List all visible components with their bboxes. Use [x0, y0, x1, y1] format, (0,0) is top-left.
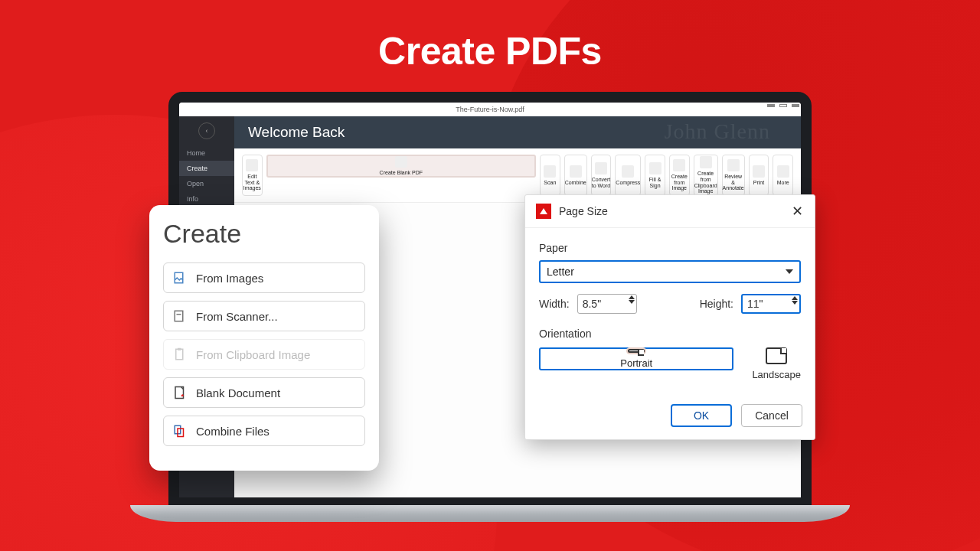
compress-icon [622, 165, 634, 178]
create-from-scanner-label: From Scanner... [196, 310, 278, 323]
blank-pdf-icon [395, 156, 407, 168]
tool-annotate[interactable]: Review & Annotate [722, 155, 745, 196]
paper-size-value: Letter [547, 266, 574, 278]
create-from-images[interactable]: From Images [163, 262, 365, 293]
tool-print[interactable]: Print [749, 155, 769, 196]
tool-convert-word[interactable]: Convert to Word [591, 155, 612, 196]
height-down-icon[interactable] [792, 301, 798, 305]
create-from-scanner[interactable]: From Scanner... [163, 301, 365, 331]
window-titlebar: The-Future-is-Now.pdf [179, 103, 801, 116]
back-button[interactable]: ‹ [198, 122, 215, 139]
blank-document-icon: * [173, 385, 187, 400]
create-from-clipboard-label: From Clipboard Image [196, 348, 310, 361]
svg-rect-0 [175, 272, 183, 283]
window-close-icon[interactable] [792, 104, 799, 107]
scan-icon [544, 165, 556, 178]
width-spinner[interactable]: 8.5" [577, 294, 637, 314]
portrait-page-icon [628, 349, 645, 353]
tool-edit-text[interactable]: Edit Text & Images [242, 155, 263, 196]
chevron-down-icon [786, 269, 793, 274]
landscape-label: Landscape [752, 369, 801, 380]
tool-combine[interactable]: Combine [564, 155, 587, 196]
dialog-title: Page Size [559, 205, 608, 217]
signature-decor: John Glenn [665, 119, 770, 144]
window-minimize-icon[interactable] [767, 104, 775, 107]
tool-from-image[interactable]: Create from Image [669, 155, 690, 196]
scanner-icon [173, 308, 187, 324]
dialog-close-button[interactable]: ✕ [790, 203, 804, 220]
orientation-label: Orientation [539, 328, 801, 340]
create-panel: Create From Images From Scanner... From … [149, 205, 379, 471]
edit-icon [246, 159, 258, 171]
clipboard-image-icon [173, 347, 187, 362]
word-icon [595, 162, 607, 174]
app-logo-icon [536, 204, 551, 219]
clipboard-icon [700, 156, 712, 168]
welcome-banner: Welcome Back John Glenn [234, 116, 801, 148]
svg-rect-4 [178, 348, 181, 350]
portrait-label: Portrait [620, 357, 652, 369]
width-label: Width: [539, 298, 570, 310]
svg-rect-3 [176, 349, 183, 360]
nav-home[interactable]: Home [179, 145, 234, 161]
combine-files-icon [173, 423, 187, 439]
nav-info[interactable]: Info [179, 191, 234, 207]
paper-label: Paper [539, 242, 801, 254]
tool-scan[interactable]: Scan [540, 155, 560, 196]
more-icon [777, 165, 789, 178]
document-title: The-Future-is-Now.pdf [456, 106, 524, 113]
tool-more[interactable]: More [773, 155, 793, 196]
height-up-icon[interactable] [792, 296, 798, 300]
tool-compress[interactable]: Compress [615, 155, 641, 196]
tool-create-blank[interactable]: Create Blank PDF [266, 155, 536, 178]
create-panel-title: Create [163, 219, 365, 249]
banner-title: Welcome Back [248, 124, 345, 140]
hero-title: Create PDFs [0, 29, 980, 73]
create-combine-label: Combine Files [196, 425, 270, 438]
nav-create[interactable]: Create [179, 161, 234, 176]
combine-icon [570, 165, 582, 178]
width-down-icon[interactable] [629, 300, 635, 304]
width-up-icon[interactable] [629, 295, 635, 299]
nav-open[interactable]: Open [179, 176, 234, 191]
print-icon [753, 165, 765, 178]
svg-rect-1 [175, 311, 183, 321]
annotate-icon [727, 159, 740, 171]
cancel-button[interactable]: Cancel [741, 404, 802, 427]
create-combine-files[interactable]: Combine Files [163, 416, 365, 446]
image-icon [673, 159, 685, 171]
create-from-images-label: From Images [196, 272, 263, 285]
tool-from-clipboard[interactable]: Create from Clipboard Image [694, 155, 718, 196]
paper-size-select[interactable]: Letter [539, 260, 801, 283]
orientation-portrait[interactable]: Portrait [539, 347, 733, 370]
create-from-clipboard: From Clipboard Image [163, 339, 365, 370]
images-icon [173, 270, 187, 285]
height-value: 11" [747, 298, 763, 310]
height-spinner[interactable]: 11" [741, 294, 801, 314]
page-size-dialog: Page Size ✕ Paper Letter Width: 8.5" Hei… [524, 194, 815, 440]
window-maximize-icon[interactable] [779, 104, 787, 107]
tool-fill-sign[interactable]: Fill & Sign [645, 155, 665, 196]
svg-text:*: * [181, 393, 185, 400]
orientation-landscape[interactable]: Landscape [752, 347, 801, 381]
landscape-page-icon [766, 347, 787, 364]
create-blank-document[interactable]: * Blank Document [163, 377, 365, 408]
ok-button[interactable]: OK [671, 404, 732, 427]
create-blank-label: Blank Document [196, 386, 280, 399]
sign-icon [649, 162, 662, 174]
height-label: Height: [700, 298, 733, 310]
width-value: 8.5" [583, 298, 601, 310]
